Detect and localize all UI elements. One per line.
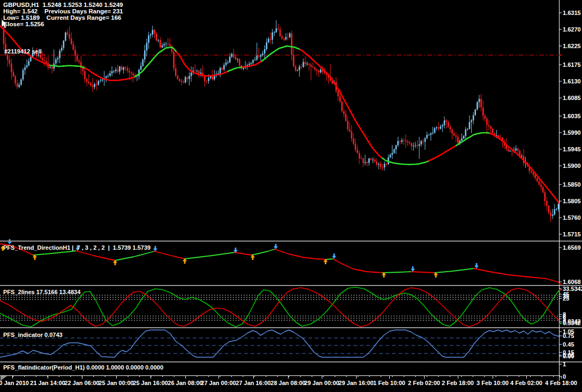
- down-arrow-icon: [411, 266, 415, 272]
- time-label: 29 Jan 00:00: [304, 380, 339, 386]
- price-label: 1.6225: [563, 43, 581, 49]
- time-label: 3 Feb 10:00: [477, 380, 509, 386]
- price-label: 1.5760: [563, 214, 581, 221]
- price-label: 1.5900: [563, 163, 581, 169]
- time-label: 1 Feb 10:00: [373, 380, 405, 386]
- time-label: 27 Jan 16:00: [236, 380, 270, 386]
- quote-header-line: GBPUSD,H1 1.5248 1.5253 1.5240 1.5249: [3, 2, 123, 8]
- price-label: 1.6175: [563, 62, 581, 68]
- indicator-scale-label: 1.6569: [563, 244, 581, 251]
- up-arrow-icon: [113, 260, 117, 265]
- indicator-scale-label: 0.5342: [563, 320, 581, 326]
- time-label: 2 Feb 02:00: [408, 380, 440, 386]
- price-label: 1.6270: [563, 26, 581, 33]
- indicator-scale-label: 1: [563, 361, 566, 367]
- close-line: Close= 1.5256: [3, 21, 44, 27]
- indicator-scale-label: 25: [563, 295, 569, 302]
- time-label: 2 Feb 18:00: [442, 380, 474, 386]
- price-label: 1.6130: [563, 78, 581, 84]
- indicator-scale-label: 0.75: [563, 333, 574, 339]
- time-label: 27 Jan 00:00: [201, 380, 236, 386]
- down-arrow-icon: [274, 244, 278, 249]
- panel-title-indicator: PFS_indicator 0.0743: [3, 332, 63, 338]
- mt4-chart-window: GBPUSD,H1 1.5248 1.5253 1.5240 1.5249 Hi…: [0, 0, 582, 392]
- price-label: 1.6315: [563, 10, 581, 16]
- down-arrow-icon: [153, 246, 157, 251]
- low-range-line: Low= 1.5189 Current Days Range= 166: [3, 14, 122, 21]
- time-label: 4 Feb 02:00: [510, 380, 542, 386]
- time-label: 22 Jan 06:00: [64, 380, 99, 386]
- time-label: 28 Jan 08:00: [270, 380, 305, 386]
- price-label: 1.5990: [563, 129, 581, 136]
- down-arrow-icon: [474, 263, 479, 268]
- time-label: 21 Jan 14:00: [30, 380, 65, 386]
- price-label: 1.5850: [563, 181, 581, 188]
- price-label: 1.5715: [563, 231, 581, 237]
- panel-title-trend: PFS_Trend_DirectionH1 | 7 , 3 , 2 , 2 | …: [3, 244, 150, 251]
- price-label: 1.5805: [563, 198, 581, 204]
- indicator-scale-label: 1.6068: [563, 279, 581, 285]
- time-label: 25 Jan 00:00: [99, 380, 133, 386]
- time-label: 29 Jan 16:00: [338, 380, 373, 386]
- time-label: 26 Jan 08:00: [168, 380, 202, 386]
- trade-order-label: #2119412 sell: [4, 48, 42, 55]
- time-label: 4 Feb 18:00: [545, 380, 577, 386]
- down-arrow-icon: [332, 253, 336, 259]
- time-label: 25 Jan 16:00: [133, 380, 168, 386]
- panel-title-2lines: PFS_2lines 17.5166 13.4834: [3, 289, 80, 295]
- high-range-line: High= 1.542 Previous Days Range= 231: [3, 8, 123, 14]
- price-label: 1.6085: [563, 95, 581, 101]
- indicator-scale-label: 0.45: [563, 341, 574, 348]
- indicator-scale-label: 0.00: [563, 353, 574, 359]
- indicator-scale-label: 0: [563, 373, 566, 380]
- time-label: 20 Jan 2010: [0, 380, 29, 386]
- price-label: 1.5945: [563, 146, 581, 152]
- price-label: 1.6035: [563, 113, 581, 119]
- chart-canvas[interactable]: [0, 0, 582, 392]
- panel-title-flat: PFS_flatindicator(Period_H1) 0.0000 1.00…: [3, 364, 163, 371]
